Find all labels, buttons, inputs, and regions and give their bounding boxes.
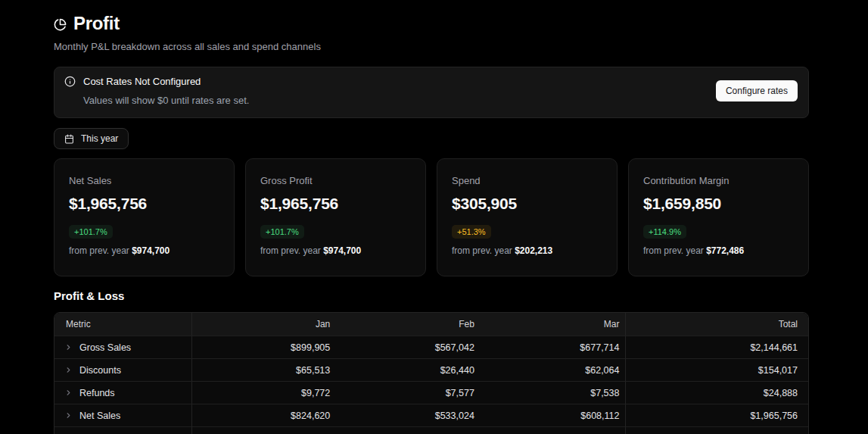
date-range-label: This year — [81, 133, 118, 144]
col-header-mar: Mar — [481, 313, 626, 336]
card-prev: from prev. year $974,700 — [69, 245, 219, 256]
table-row[interactable]: Net Sales $824,620 $533,024 $608,112 $1,… — [54, 404, 808, 426]
chevron-right-icon[interactable] — [64, 411, 73, 420]
card-value: $1,659,850 — [643, 195, 794, 213]
jan-value: $9,772 — [191, 382, 337, 404]
mar-value: $62,064 — [481, 359, 626, 381]
info-icon — [64, 76, 76, 87]
pl-table: Metric Jan Feb Mar Total Gross Sales $89… — [54, 312, 809, 434]
col-header-metric: Metric — [54, 313, 191, 336]
date-range-button[interactable]: This year — [54, 128, 129, 149]
table-body: Gross Sales $899,905 $567,042 $677,714 $… — [54, 336, 808, 434]
feb-value: $533,024 — [336, 404, 481, 426]
change-badge: +51.3% — [452, 225, 491, 239]
chevron-right-icon[interactable] — [64, 389, 73, 397]
metric-cards: Net Sales $1,965,756 +101.7% from prev. … — [54, 158, 809, 276]
metric-cell: Net Sales — [54, 404, 191, 426]
total-value: $1,965,756 — [625, 404, 808, 426]
total-value: $0 — [625, 427, 808, 434]
card-value: $1,965,756 — [260, 195, 411, 213]
metric-cell: Discounts — [54, 359, 191, 381]
cost-rates-banner: Cost Rates Not Configured Values will sh… — [54, 67, 809, 118]
card-prev: from prev. year $772,486 — [643, 245, 794, 256]
total-value: $24,888 — [625, 382, 808, 404]
card-label: Contribution Margin — [643, 175, 794, 186]
calendar-icon — [64, 134, 74, 144]
profit-page: Profit Monthly P&L breakdown across all … — [54, 0, 809, 434]
col-header-jan: Jan — [191, 313, 337, 336]
table-row[interactable]: COGS $0 $0 $0 $0 — [54, 426, 808, 434]
card-prev: from prev. year $202,213 — [452, 245, 602, 256]
total-value: $2,144,661 — [625, 336, 808, 358]
table-header-row: Metric Jan Feb Mar Total — [54, 313, 808, 336]
banner-text: Cost Rates Not Configured Values will sh… — [64, 76, 249, 106]
jan-value: $824,620 — [191, 404, 337, 426]
feb-value: $567,042 — [336, 336, 481, 358]
change-badge: +101.7% — [69, 225, 113, 239]
banner-title: Cost Rates Not Configured — [83, 76, 201, 87]
card-label: Net Sales — [69, 175, 219, 186]
table-row[interactable]: Refunds $9,772 $7,577 $7,538 $24,888 — [54, 381, 808, 404]
table-row[interactable]: Discounts $65,513 $26,440 $62,064 $154,0… — [54, 358, 808, 381]
page-title: Profit — [73, 13, 120, 34]
page-subtitle: Monthly P&L breakdown across all sales a… — [54, 41, 809, 52]
col-header-feb: Feb — [336, 313, 481, 336]
table-row[interactable]: Gross Sales $899,905 $567,042 $677,714 $… — [54, 336, 808, 358]
card-gross-profit: Gross Profit $1,965,756 +101.7% from pre… — [245, 158, 426, 276]
metric-cell: COGS — [54, 427, 191, 434]
feb-value: $0 — [336, 427, 481, 434]
mar-value: $608,112 — [481, 404, 626, 426]
total-value: $154,017 — [625, 359, 808, 381]
pl-section-title: Profit & Loss — [54, 289, 809, 302]
mar-value: $7,538 — [481, 382, 626, 404]
jan-value: $65,513 — [191, 359, 337, 381]
change-badge: +114.9% — [643, 225, 686, 239]
card-label: Gross Profit — [260, 175, 411, 186]
chevron-right-icon[interactable] — [64, 343, 73, 351]
pie-chart-icon — [54, 18, 67, 31]
metric-label: Discounts — [79, 365, 121, 376]
card-spend: Spend $305,905 +51.3% from prev. year $2… — [437, 158, 618, 276]
card-net-sales: Net Sales $1,965,756 +101.7% from prev. … — [54, 158, 235, 276]
jan-value: $899,905 — [191, 336, 337, 358]
jan-value: $0 — [191, 427, 337, 434]
feb-value: $26,440 — [336, 359, 481, 381]
col-header-total: Total — [625, 313, 808, 336]
card-contribution-margin: Contribution Margin $1,659,850 +114.9% f… — [628, 158, 809, 276]
mar-value: $677,714 — [481, 336, 626, 358]
metric-cell: Gross Sales — [54, 336, 191, 358]
metric-label: Gross Sales — [79, 342, 131, 353]
configure-rates-button[interactable]: Configure rates — [716, 80, 798, 101]
card-value: $305,905 — [452, 195, 602, 213]
metric-label: Net Sales — [79, 411, 120, 421]
mar-value: $0 — [481, 427, 626, 434]
card-label: Spend — [452, 175, 602, 186]
metric-label: Refunds — [79, 388, 115, 398]
card-value: $1,965,756 — [69, 195, 219, 213]
page-header: Profit — [54, 13, 809, 34]
metric-cell: Refunds — [54, 382, 191, 404]
chevron-right-icon[interactable] — [64, 366, 73, 374]
card-prev: from prev. year $974,700 — [260, 245, 411, 256]
feb-value: $7,577 — [336, 382, 481, 404]
banner-message: Values will show $0 until rates are set. — [83, 95, 249, 106]
change-badge: +101.7% — [260, 225, 304, 239]
